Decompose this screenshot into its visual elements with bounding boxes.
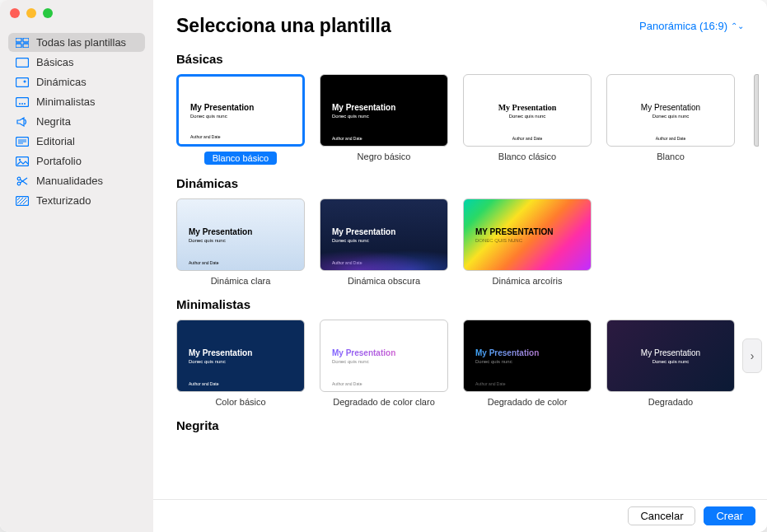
sidebar-item-all[interactable]: Todas las plantillas <box>8 33 145 52</box>
template-dynamic-dark[interactable]: My PresentationDonec quis nuncAuthor and… <box>320 198 448 286</box>
svg-line-23 <box>20 198 26 204</box>
template-scroll-area[interactable]: Básicas My PresentationDonec quis nuncAu… <box>153 40 767 499</box>
template-thumbnail: My PresentationDonec quis nuncAuthor and… <box>320 74 448 147</box>
template-label: Blanco clásico <box>498 152 556 161</box>
grid-icon <box>15 37 30 49</box>
sidebar-item-label: Negrita <box>36 115 71 128</box>
template-thumbnail: My PresentationDonec quis nuncAuthor and… <box>176 198 305 271</box>
template-white-basic[interactable]: My PresentationDonec quis nuncAuthor and… <box>176 74 305 165</box>
image-icon <box>15 156 30 167</box>
sidebar-item-label: Minimalistas <box>36 96 96 108</box>
template-label: Blanco básico <box>204 152 278 165</box>
sidebar-item-editorial[interactable]: Editorial <box>8 132 145 151</box>
template-peek[interactable] <box>754 74 759 147</box>
sidebar-item-portfolio[interactable]: Portafolio <box>8 152 145 170</box>
svg-point-17 <box>17 182 21 185</box>
template-thumbnail: My PresentationDONEC QUIS NUNC <box>463 198 592 271</box>
template-label: Color básico <box>215 397 265 407</box>
megaphone-icon <box>15 116 30 128</box>
svg-line-22 <box>17 198 23 203</box>
template-color-basic[interactable]: My PresentationDonec quis nuncAuthor and… <box>176 320 305 407</box>
sidebar-item-label: Todas las plantillas <box>36 36 126 49</box>
section-title-dynamic: Dinámicas <box>176 176 767 190</box>
sidebar-item-label: Dinámicas <box>36 76 87 88</box>
template-thumbnail: My PresentationDonec quis nuncAuthor and… <box>606 74 735 147</box>
template-label: Dinámica clara <box>211 276 271 286</box>
window-minimize-button[interactable] <box>26 8 36 18</box>
scroll-right-button[interactable]: › <box>742 338 762 373</box>
template-label: Dinámica obscura <box>348 276 420 286</box>
svg-point-16 <box>17 177 21 180</box>
sidebar-item-label: Básicas <box>36 56 74 68</box>
template-white-classic[interactable]: My PresentationDonec quis nuncAuthor and… <box>463 74 592 165</box>
cancel-button[interactable]: Cancelar <box>628 506 695 525</box>
template-gradient-light[interactable]: My PresentationDonec quis nuncAuthor and… <box>320 320 448 407</box>
svg-rect-4 <box>16 58 29 67</box>
template-thumbnail: My PresentationDonec quis nuncAuthor and… <box>320 198 448 271</box>
sidebar-item-label: Editorial <box>36 135 75 147</box>
template-thumbnail: My PresentationDonec quis nuncAuthor and… <box>176 320 305 392</box>
template-label: Blanco <box>657 152 685 161</box>
window-zoom-button[interactable] <box>43 8 53 18</box>
sidebar-item-basic[interactable]: Básicas <box>8 53 145 72</box>
template-thumbnail: My PresentationDonec quis nuncAuthor and… <box>463 320 592 392</box>
template-dynamic-light[interactable]: My PresentationDonec quis nuncAuthor and… <box>176 198 305 286</box>
sidebar-item-crafts[interactable]: Manualidades <box>8 171 145 190</box>
template-label: Degradado de color claro <box>333 397 435 407</box>
section-title-basic: Básicas <box>176 52 767 66</box>
window-close-button[interactable] <box>10 8 20 18</box>
chevron-updown-icon: ⌃⌄ <box>731 21 744 30</box>
sidebar-item-label: Texturizado <box>36 194 91 207</box>
template-thumbnail: My PresentationDonec quis nuncAuthor and… <box>176 74 305 147</box>
template-white-plain[interactable]: My PresentationDonec quis nuncAuthor and… <box>606 74 735 165</box>
svg-point-9 <box>24 103 26 105</box>
dots-icon <box>15 96 30 108</box>
sidebar-item-label: Manualidades <box>36 175 103 187</box>
sidebar-item-textured[interactable]: Texturizado <box>8 191 145 210</box>
svg-line-21 <box>17 198 20 200</box>
template-label: Degradado de color <box>488 397 568 407</box>
sidebar-item-label: Portafolio <box>36 155 82 167</box>
aspect-ratio-dropdown[interactable]: Panorámica (16:9) ⌃⌄ <box>639 20 744 32</box>
sidebar: Todas las plantillas Básicas Dinámicas M… <box>0 0 153 532</box>
svg-rect-3 <box>23 44 29 48</box>
svg-rect-2 <box>16 44 21 48</box>
scissors-icon <box>15 175 30 187</box>
page-title: Selecciona una plantilla <box>176 15 391 37</box>
svg-rect-1 <box>23 38 29 42</box>
svg-rect-0 <box>16 38 21 42</box>
svg-rect-5 <box>16 77 29 86</box>
lines-icon <box>15 136 30 147</box>
chevron-right-icon: › <box>751 349 755 362</box>
sidebar-item-bold[interactable]: Negrita <box>8 112 145 131</box>
sidebar-item-minimalist[interactable]: Minimalistas <box>8 92 145 111</box>
template-gradient[interactable]: My PresentationDonec quis nunc Degradado <box>606 320 735 407</box>
template-label: Dinámica arcoíris <box>493 276 563 286</box>
template-thumbnail: My PresentationDonec quis nuncAuthor and… <box>320 320 448 392</box>
template-gradient-color[interactable]: My PresentationDonec quis nuncAuthor and… <box>463 320 592 407</box>
svg-point-15 <box>19 158 21 160</box>
template-thumbnail: My PresentationDonec quis nunc <box>606 320 735 392</box>
template-thumbnail: My PresentationDonec quis nuncAuthor and… <box>463 74 592 147</box>
template-black-basic[interactable]: My PresentationDonec quis nuncAuthor and… <box>320 74 448 165</box>
section-title-bold: Negrita <box>176 418 767 432</box>
svg-point-8 <box>21 103 23 105</box>
template-label: Negro básico <box>358 152 411 161</box>
template-label: Degradado <box>648 397 693 407</box>
sidebar-item-dynamic[interactable]: Dinámicas <box>8 72 145 91</box>
svg-point-7 <box>19 103 21 105</box>
texture-icon <box>15 195 30 207</box>
section-title-minimalist: Minimalistas <box>176 297 767 311</box>
template-dynamic-rainbow[interactable]: My PresentationDONEC QUIS NUNC Dinámica … <box>463 198 592 286</box>
sparkle-icon <box>15 77 30 88</box>
aspect-ratio-label: Panorámica (16:9) <box>639 20 727 32</box>
create-button[interactable]: Crear <box>704 506 755 525</box>
rectangle-icon <box>15 57 30 68</box>
svg-rect-6 <box>16 97 29 106</box>
